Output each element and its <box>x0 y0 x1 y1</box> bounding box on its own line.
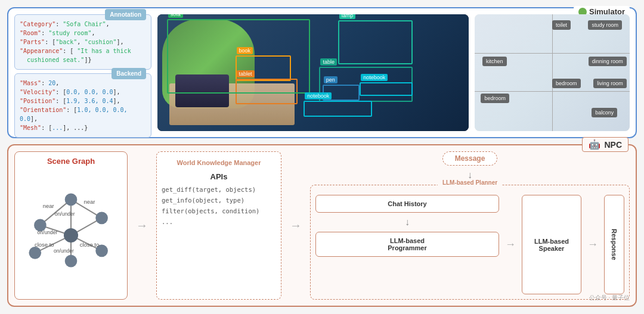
llm-programmer-block: LLM-basedProgrammer <box>315 232 499 257</box>
svg-text:on/under: on/under <box>54 248 74 254</box>
arrow-scene-to-wk: → <box>134 151 150 300</box>
arrow-speaker-to-response: → <box>587 195 598 294</box>
svg-text:near: near <box>43 203 54 209</box>
llm-planner-label: LLM-based Planner <box>438 179 502 186</box>
svg-text:on/under: on/under <box>37 229 57 235</box>
svg-text:close to: close to <box>80 241 100 248</box>
divider-h1 <box>475 53 630 54</box>
backend-badge: Backend <box>112 68 146 79</box>
annotation-code: "Category": "Sofa Chair", "Room": "study… <box>20 20 146 64</box>
arrow-planner-to-speaker: → <box>505 195 516 294</box>
simulator-panel: Simulator toilet study room kitchen dinn… <box>475 14 630 131</box>
svg-point-11 <box>64 228 78 243</box>
room-bedroom1: bedroom <box>481 94 509 103</box>
top-section: Annotation "Category": "Sofa Chair", "Ro… <box>7 7 637 138</box>
arrow-message-down: ↓ <box>310 170 630 180</box>
room-toilet: toilet <box>552 20 571 30</box>
response-block: Response <box>604 195 624 294</box>
svg-point-13 <box>65 255 78 268</box>
backend-code: "Mass": 20, "Velocity": [0.0, 0.0, 0.0],… <box>20 79 146 132</box>
scene-graph-title: Scene Graph <box>20 157 122 166</box>
room-balcony: balcony <box>592 108 617 117</box>
svg-text:near: near <box>83 198 95 205</box>
wk-title: World Knowledge Manager <box>175 159 264 166</box>
notebook-bbox: notebook <box>360 82 413 97</box>
graph-svg: near near on/under on/under close to on/… <box>20 169 122 291</box>
room-study: study room <box>588 20 622 30</box>
wk-label-wrap: World Knowledge Manager <box>162 157 276 169</box>
sofa-bbox: sofa <box>167 19 310 94</box>
room-dining: dinning room <box>589 57 627 66</box>
room-living: living room <box>593 79 627 88</box>
right-flow: Message ↓ LLM-based Planner Chat History… <box>310 151 630 300</box>
svg-text:on/under: on/under <box>55 211 75 217</box>
llm-speaker-block: LLM-basedSpeaker <box>522 195 581 294</box>
room-kitchen: kitchen <box>482 57 507 66</box>
room-bedroom2: bedroom <box>552 79 581 88</box>
planner-right: LLM-basedSpeaker <box>522 195 581 294</box>
notebook2-bbox: notebook <box>304 101 372 117</box>
scene-graph-box: Scene Graph near <box>14 151 128 300</box>
arrow-chat-down: ↓ <box>315 217 499 227</box>
bottom-section: 🤖 NPC Scene Graph <box>7 144 637 307</box>
arrow-wk-to-right: → <box>287 151 304 300</box>
api-get-diff: get_diff(target, objects) <box>162 186 276 193</box>
watermark: 公众号 · 量子位 <box>589 294 630 302</box>
api-filter: filter(objects, condition) <box>162 207 276 214</box>
llm-planner-section: LLM-based Planner Chat History ↓ LLM-bas… <box>310 185 630 300</box>
scene-image-panel: book tablet sofa lamp table pen <box>157 14 469 131</box>
lamp-bbox: lamp <box>338 20 413 64</box>
annotation-badge: Annotation <box>105 9 146 20</box>
divider-h2 <box>475 91 630 92</box>
npc-badge: 🤖 NPC <box>582 137 628 152</box>
graph-canvas: near near on/under on/under close to on/… <box>20 169 122 291</box>
svg-text:close to: close to <box>35 241 54 248</box>
svg-point-10 <box>95 212 108 225</box>
floor-plan: toilet study room kitchen dinning room b… <box>475 14 630 131</box>
apis-title: APIs <box>162 172 276 181</box>
backend-box: Backend "Mass": 20, "Velocity": [0.0, 0.… <box>14 73 151 138</box>
planner-left: Chat History ↓ LLM-basedProgrammer <box>315 195 499 294</box>
divider-v <box>552 14 553 131</box>
api-get-info: get_info(object, type) <box>162 197 276 204</box>
scene-view: book tablet sofa lamp table pen <box>157 14 469 131</box>
message-box: Message <box>442 151 498 166</box>
planner-inner: Chat History ↓ LLM-basedProgrammer → LLM… <box>315 195 624 294</box>
api-etc: ... <box>162 218 276 225</box>
world-knowledge-box: World Knowledge Manager APIs get_diff(ta… <box>156 151 281 300</box>
svg-point-12 <box>29 247 41 259</box>
chat-history-block: Chat History <box>315 195 499 213</box>
annotation-panel: Annotation "Category": "Sofa Chair", "Ro… <box>14 14 151 131</box>
robot-icon: 🤖 <box>589 139 600 150</box>
svg-point-8 <box>65 194 78 206</box>
annotation-box: Annotation "Category": "Sofa Chair", "Ro… <box>14 14 151 70</box>
